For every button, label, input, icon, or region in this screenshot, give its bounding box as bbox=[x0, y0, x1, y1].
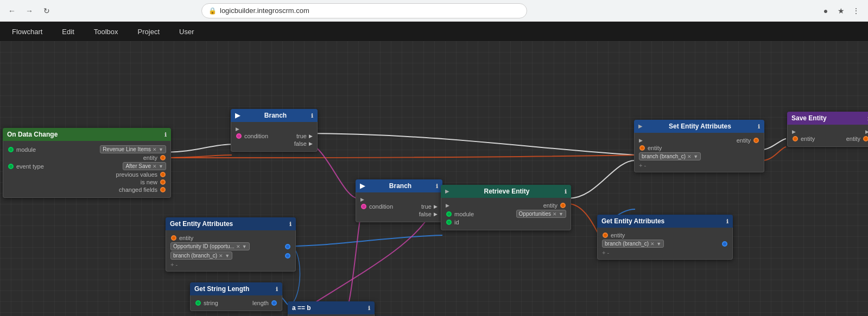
event-type-row: event type After Save ✕ ▼ bbox=[8, 162, 166, 170]
gsl-length-label: length bbox=[252, 300, 269, 306]
on-data-change-title: On Data Change bbox=[7, 131, 58, 138]
sea-field-select[interactable]: branch (branch_c) ✕ ▼ bbox=[639, 152, 701, 160]
menu-edit[interactable]: Edit bbox=[59, 25, 77, 38]
get-entity-attrs1-body: entity Opportunity ID (opportu... ✕ ▼ br… bbox=[166, 230, 296, 272]
re-play-icon: ▶ bbox=[445, 189, 449, 194]
get-entity-attrs2-body: entity branch (branch_c) ✕ ▼ + - bbox=[597, 228, 733, 260]
changed-fields-row: changed fields bbox=[8, 186, 166, 193]
module-port bbox=[8, 147, 14, 152]
module-row: module Revenue Line Items ✕ ▼ bbox=[8, 145, 166, 153]
menu-user[interactable]: User bbox=[176, 25, 197, 38]
save-entity-body: ▶ ▶ entity entity bbox=[787, 125, 868, 147]
info-icon-gea2: ℹ bbox=[726, 218, 728, 224]
bookmark-button[interactable]: ★ bbox=[834, 4, 847, 17]
menu-project[interactable]: Project bbox=[135, 25, 163, 38]
gea1-entity-label: entity bbox=[179, 235, 193, 241]
event-type-port bbox=[8, 164, 14, 169]
branch2-condition-row: condition true ▶ bbox=[360, 203, 438, 210]
branch2-header: ▶ Branch ℹ bbox=[356, 179, 442, 192]
gea1-field1-row: Opportunity ID (opportu... ✕ ▼ bbox=[170, 242, 291, 250]
retrieve-entity-header: ▶ Retrieve Entity ℹ bbox=[441, 185, 571, 198]
gea1-field2-out-port bbox=[285, 253, 290, 259]
reload-button[interactable]: ↻ bbox=[40, 4, 53, 17]
branch1-node[interactable]: ▶ Branch ℹ ▶ condition true ▶ false bbox=[231, 109, 318, 152]
changed-fields-port bbox=[160, 187, 166, 192]
on-data-change-header: On Data Change ℹ bbox=[3, 128, 171, 141]
entity-out-port bbox=[160, 155, 166, 160]
gea1-field2-select[interactable]: branch (branch_c) ✕ ▼ bbox=[170, 251, 232, 260]
re-entity-out-port bbox=[560, 203, 566, 208]
get-entity-attrs1-title: Get Entity Attributes bbox=[170, 220, 233, 228]
prev-values-label: previous values bbox=[116, 171, 157, 178]
branch2-body: ▶ condition true ▶ false ▶ bbox=[356, 192, 442, 222]
sea-entity-out-label: entity bbox=[737, 137, 751, 144]
gea2-entity-label: entity bbox=[611, 232, 625, 238]
a-eq-b-title: a == b bbox=[292, 304, 311, 312]
lock-icon: 🔒 bbox=[208, 7, 217, 15]
gea2-entity-in-port bbox=[603, 233, 608, 238]
re-module-row: module Opportunities ✕ ▼ bbox=[446, 210, 566, 218]
re-module-select[interactable]: Opportunities ✕ ▼ bbox=[516, 210, 566, 218]
gea1-add-remove: + - bbox=[170, 261, 291, 268]
retrieve-entity-node[interactable]: ▶ Retrieve Entity ℹ ▶ entity module Opp bbox=[441, 185, 571, 230]
get-string-length-node[interactable]: Get String Length ℹ string length bbox=[190, 282, 282, 311]
menu-toolbox[interactable]: Toolbox bbox=[91, 25, 122, 38]
se-entity-label: entity bbox=[801, 136, 815, 142]
prev-values-port bbox=[160, 172, 166, 177]
profile-button[interactable]: ● bbox=[819, 4, 832, 17]
branch2-condition-label: condition bbox=[369, 203, 393, 210]
branch1-condition-port bbox=[236, 133, 242, 139]
get-entity-attrs1-header: Get Entity Attributes ℹ bbox=[166, 217, 296, 230]
get-entity-attrs2-node[interactable]: Get Entity Attributes ℹ entity branch (b… bbox=[597, 215, 733, 260]
branch1-body: ▶ condition true ▶ false ▶ bbox=[231, 122, 318, 152]
more-button[interactable]: ⋮ bbox=[850, 4, 863, 17]
module-select[interactable]: Revenue Line Items ✕ ▼ bbox=[100, 145, 166, 153]
sea-entity-out-port bbox=[753, 138, 759, 143]
menu-bar: Flowchart Edit Toolbox Project User bbox=[0, 22, 868, 41]
set-entity-attrs-body: ▶ entity entity branch (branch_c) ✕ ▼ bbox=[634, 133, 764, 172]
info-icon-gea1: ℹ bbox=[289, 221, 292, 227]
branch2-node[interactable]: ▶ Branch ℹ ▶ condition true ▶ false bbox=[356, 179, 442, 222]
module-label: module bbox=[16, 146, 36, 153]
retrieve-entity-body: ▶ entity module Opportunities ✕ ▼ bbox=[441, 198, 571, 230]
info-icon-aeb: ℹ bbox=[368, 305, 370, 311]
branch1-false-icon: ▶ bbox=[309, 141, 313, 146]
branch1-true-label: true bbox=[296, 133, 307, 139]
is-new-port bbox=[160, 179, 166, 185]
entity-label: entity bbox=[143, 154, 157, 161]
canvas: On Data Change ℹ module Revenue Line Ite… bbox=[0, 41, 868, 316]
branch1-false-row: false ▶ bbox=[236, 140, 313, 147]
gsl-length-port bbox=[271, 300, 277, 306]
re-id-row: id bbox=[446, 219, 566, 225]
branch2-condition-port bbox=[361, 204, 366, 209]
info-icon-sea: ℹ bbox=[758, 124, 760, 130]
get-entity-attrs2-header: Get Entity Attributes ℹ bbox=[597, 215, 733, 228]
get-entity-attrs1-node[interactable]: Get Entity Attributes ℹ entity Opportuni… bbox=[166, 217, 296, 272]
gea1-field1-select[interactable]: Opportunity ID (opportu... ✕ ▼ bbox=[170, 242, 250, 250]
on-data-change-node[interactable]: On Data Change ℹ module Revenue Line Ite… bbox=[3, 128, 171, 198]
se-in-row: ▶ ▶ bbox=[792, 129, 868, 134]
gsl-string-port bbox=[195, 300, 201, 306]
menu-flowchart[interactable]: Flowchart bbox=[9, 25, 46, 38]
set-entity-attrs-node[interactable]: ▶ Set Entity Attributes ℹ ▶ entity entit… bbox=[634, 120, 764, 172]
back-button[interactable]: ← bbox=[5, 4, 18, 17]
gea1-entity-in-port bbox=[171, 235, 176, 241]
get-string-length-body: string length bbox=[190, 295, 282, 311]
branch2-play: ▶ bbox=[360, 197, 364, 202]
gea2-field-select[interactable]: branch (branch_c) ✕ ▼ bbox=[602, 240, 664, 248]
gea2-entity-row: entity bbox=[602, 232, 728, 238]
event-type-select[interactable]: After Save ✕ ▼ bbox=[123, 162, 166, 170]
set-entity-attrs-title: Set Entity Attributes bbox=[669, 122, 731, 130]
gea2-add-remove: + - bbox=[602, 249, 728, 256]
is-new-row: is new bbox=[8, 179, 166, 185]
branch1-in-row: ▶ bbox=[236, 126, 313, 132]
forward-button[interactable]: → bbox=[23, 4, 36, 17]
gea1-entity-row: entity bbox=[170, 235, 291, 241]
se-entity-in-port bbox=[793, 136, 798, 141]
re-entity-out-label: entity bbox=[543, 202, 557, 209]
sea-field-row: branch (branch_c) ✕ ▼ bbox=[639, 152, 759, 160]
re-in-row: ▶ entity bbox=[446, 202, 566, 209]
save-entity-node[interactable]: Save Entity ℹ ▶ ▶ entity entity bbox=[787, 112, 868, 147]
address-bar[interactable]: 🔒 logicbuilder.integroscrm.com bbox=[201, 3, 527, 18]
a-eq-b-node[interactable]: a == b ℹ a result b bbox=[288, 301, 375, 316]
